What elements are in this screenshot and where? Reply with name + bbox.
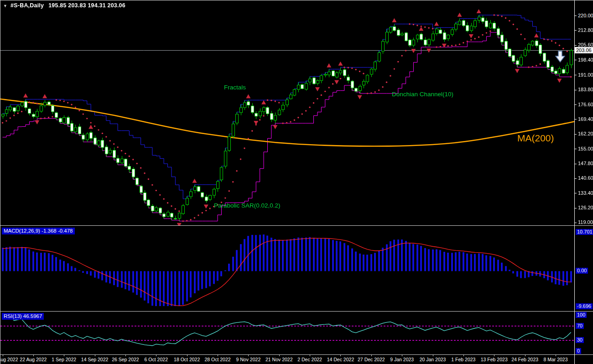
price-tick-mark xyxy=(574,16,577,16)
price-tick-label: 147.80 xyxy=(578,161,593,166)
date-tick-label: 1 Sep 2022 xyxy=(48,357,80,362)
date-tick-mark xyxy=(125,355,126,356)
date-tick-mark xyxy=(3,355,3,356)
price-tick-mark xyxy=(574,134,577,135)
current-price-tag: 203.06 xyxy=(575,47,593,53)
date-tick-label: 2 Dec 2022 xyxy=(294,357,326,362)
sell-down-arrow-annotation[interactable] xyxy=(555,51,565,62)
date-tick-mark xyxy=(218,355,218,356)
price-tick-label: 133.40 xyxy=(578,190,593,196)
date-tick-label: 8 Mar 2023 xyxy=(540,357,572,362)
fractals-label: Fractals xyxy=(224,84,246,91)
main-price-chart-canvas[interactable] xyxy=(0,0,574,226)
date-tick-mark xyxy=(525,355,525,356)
date-tick-mark xyxy=(64,355,64,356)
price-tick-label: 126.20 xyxy=(578,205,593,210)
parabolic-sar-label: Parabolic SAR(0.02,0.2) xyxy=(214,202,281,209)
price-tick-mark xyxy=(574,90,577,90)
rsi-axis-label: 70 xyxy=(576,323,584,329)
rsi-indicator-tag: RSI(13) 46.5967 xyxy=(2,313,44,320)
price-tick-mark xyxy=(574,119,577,120)
price-tick-label: 169.40 xyxy=(578,116,593,122)
date-tick-mark xyxy=(33,355,34,356)
panel-separator[interactable] xyxy=(0,311,593,312)
macd-axis-label: -9.696 xyxy=(576,303,593,309)
date-tick-label: 1 Feb 2023 xyxy=(447,357,479,362)
price-tick-label: 183.80 xyxy=(578,87,593,92)
symbol-dropdown-icon[interactable]: ▼ xyxy=(3,4,7,8)
donchian-label: Donchian Channel(10) xyxy=(392,91,453,98)
date-tick-label: 18 Oct 2022 xyxy=(171,357,203,362)
price-tick-label: 191.00 xyxy=(578,72,593,78)
price-tick-mark xyxy=(574,208,577,208)
date-tick-mark xyxy=(463,355,464,356)
price-tick-mark xyxy=(574,178,577,179)
price-tick-mark xyxy=(574,223,577,223)
macd-panel-canvas[interactable] xyxy=(0,226,574,311)
price-tick-mark xyxy=(574,60,577,60)
price-tick-mark xyxy=(574,164,577,164)
date-tick-mark xyxy=(248,355,249,356)
date-tick-mark xyxy=(371,355,372,356)
macd-axis-label: 10.701 xyxy=(576,229,593,235)
trading-chart-window: ▼#S-BA,Daily195.85 203.83 194.31 203.06 … xyxy=(0,0,593,364)
date-tick-mark xyxy=(187,355,187,356)
price-tick-mark xyxy=(574,75,577,75)
date-tick-label: 28 Oct 2022 xyxy=(202,357,234,362)
date-tick-label: 6 Oct 2022 xyxy=(140,357,172,362)
date-tick-label: 14 Dec 2022 xyxy=(324,357,356,362)
date-tick-label: 26 Sep 2022 xyxy=(109,357,141,362)
price-tick-mark xyxy=(574,149,577,149)
ohlc-readout: 195.85 203.83 194.31 203.06 xyxy=(48,2,125,9)
date-tick-mark xyxy=(95,355,95,356)
date-tick-label: 13 Feb 2023 xyxy=(478,357,510,362)
price-tick-mark xyxy=(574,45,577,46)
price-tick-label: 176.60 xyxy=(578,102,593,107)
date-tick-label: 24 Feb 2023 xyxy=(509,357,541,362)
date-tick-mark xyxy=(494,355,494,356)
date-axis[interactable]: 10 Aug 202222 Aug 20221 Sep 202214 Sep 2… xyxy=(0,355,574,364)
chart-title-bar: ▼#S-BA,Daily195.85 203.83 194.31 203.06 xyxy=(3,2,125,9)
price-axis-separator xyxy=(574,0,575,364)
date-tick-mark xyxy=(340,355,341,356)
date-tick-mark xyxy=(402,355,402,356)
date-tick-mark xyxy=(433,355,433,356)
price-tick-label: 220.00 xyxy=(578,13,593,18)
macd-indicator-tag: MACD(12,26,9) -1.368 -0.478 xyxy=(2,228,75,234)
ma200-label: MA(200) xyxy=(517,133,554,144)
date-tick-label: 14 Sep 2022 xyxy=(79,357,111,362)
rsi-axis-label: 0 xyxy=(576,348,581,354)
date-tick-label: 20 Jan 2023 xyxy=(417,357,449,362)
date-tick-mark xyxy=(310,355,310,356)
price-tick-mark xyxy=(574,193,577,193)
price-tick-label: 119.00 xyxy=(578,219,593,225)
date-tick-label: 9 Jan 2023 xyxy=(386,357,418,362)
rsi-axis-label: 30 xyxy=(576,337,584,343)
date-tick-label: 27 Dec 2022 xyxy=(355,357,387,362)
rsi-panel-canvas[interactable] xyxy=(0,312,574,354)
price-tick-label: 212.80 xyxy=(578,27,593,33)
price-tick-mark xyxy=(574,104,577,105)
panel-separator[interactable] xyxy=(0,225,593,226)
date-tick-label: 22 Aug 2022 xyxy=(17,357,49,362)
symbol-label: #S-BA,Daily xyxy=(10,2,44,9)
price-tick-label: 155.00 xyxy=(578,146,593,151)
date-tick-mark xyxy=(556,355,556,356)
date-tick-mark xyxy=(279,355,280,356)
price-tick-label: 198.40 xyxy=(578,57,593,62)
macd-axis-label: 0.00 xyxy=(576,268,588,274)
price-tick-mark xyxy=(574,30,577,31)
date-tick-label: 9 Nov 2022 xyxy=(232,357,264,362)
price-tick-label: 140.60 xyxy=(578,175,593,181)
date-tick-mark xyxy=(156,355,156,356)
rsi-axis-label: 100 xyxy=(576,312,587,318)
date-tick-label: 21 Nov 2022 xyxy=(263,357,295,362)
price-tick-label: 162.20 xyxy=(578,131,593,136)
